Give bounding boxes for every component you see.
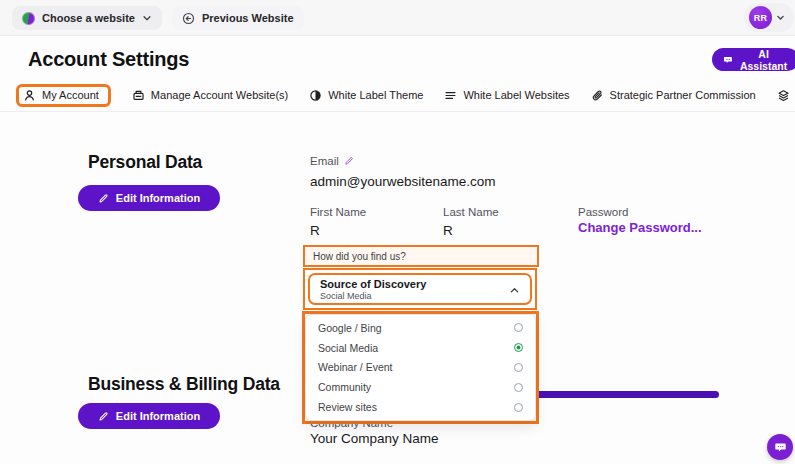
source-of-discovery-annotation: Source of Discovery Social Media <box>303 268 537 310</box>
tab-white-label-websites[interactable]: White Label Websites <box>444 89 569 102</box>
select-title: Source of Discovery <box>320 278 520 290</box>
tab-manage-account-websites[interactable]: Manage Account Website(s) <box>132 89 288 102</box>
contrast-icon <box>309 89 322 102</box>
last-name-label: Last Name <box>443 206 499 218</box>
edit-business-information-button[interactable]: Edit Information <box>78 403 220 429</box>
radio-unselected-icon[interactable] <box>514 383 523 392</box>
paperclip-icon <box>591 89 604 102</box>
how-did-you-find-us-label: How did you find us? <box>303 245 539 267</box>
tab-label: Strategic Partner Commission <box>610 89 756 101</box>
chevron-up-icon <box>509 285 520 296</box>
option-community[interactable]: Community <box>306 377 535 397</box>
layers-icon <box>777 89 790 102</box>
account-settings-page: Choose a website Previous Website RR Acc… <box>0 0 795 464</box>
option-review-sites[interactable]: Review sites <box>306 397 535 417</box>
discovery-dropdown-annotation: Google / Bing Social Media Webinar / Eve… <box>302 311 539 424</box>
option-social-media[interactable]: Social Media <box>306 338 535 358</box>
previous-website-label: Previous Website <box>202 12 294 24</box>
avatar: RR <box>749 6 772 29</box>
chat-icon <box>723 54 733 66</box>
edit-button-label: Edit Information <box>116 410 200 422</box>
chat-fab-button[interactable] <box>767 434 793 460</box>
pencil-icon <box>98 193 109 204</box>
option-webinar-event[interactable]: Webinar / Event <box>306 358 535 378</box>
previous-website-button[interactable]: Previous Website <box>172 6 304 30</box>
back-arrow-icon <box>182 12 195 25</box>
chevron-down-icon <box>776 13 785 22</box>
tabs-divider <box>0 111 795 112</box>
edit-personal-information-button[interactable]: Edit Information <box>78 185 220 211</box>
edit-button-label: Edit Information <box>116 192 200 204</box>
website-globe-icon <box>22 12 35 25</box>
menu-lines-icon <box>444 89 457 102</box>
radio-unselected-icon[interactable] <box>514 403 523 412</box>
printer-icon <box>132 89 145 102</box>
radio-unselected-icon[interactable] <box>514 323 523 332</box>
tab-label: My Account <box>42 89 99 101</box>
select-current-value: Social Media <box>320 291 520 301</box>
settings-tab-bar: My Account Manage Account Website(s) Whi… <box>16 82 795 108</box>
edit-email-icon[interactable] <box>344 156 354 166</box>
chevron-down-icon <box>142 13 152 23</box>
personal-data-heading: Personal Data <box>88 152 202 173</box>
tab-strategic-partner-commission[interactable]: Strategic Partner Commission <box>591 89 756 102</box>
last-name-value: R <box>443 223 453 238</box>
page-title: Account Settings <box>28 48 189 71</box>
tab-label: White Label Websites <box>463 89 569 101</box>
ai-assistant-label: AI Assistant <box>739 48 788 72</box>
chat-icon <box>774 441 787 454</box>
pencil-icon <box>98 411 109 422</box>
business-billing-heading: Business & Billing Data <box>88 374 280 395</box>
radio-selected-icon[interactable] <box>514 343 523 352</box>
tab-my-account[interactable]: My Account <box>16 84 111 107</box>
email-field-label: Email <box>310 155 354 167</box>
first-name-label: First Name <box>310 206 366 218</box>
ai-assistant-button[interactable]: AI Assistant <box>712 48 795 71</box>
progress-bar <box>533 391 719 398</box>
choose-website-dropdown[interactable]: Choose a website <box>12 6 162 30</box>
tab-invoices[interactable]: Invoices <box>777 89 795 102</box>
tab-white-label-theme[interactable]: White Label Theme <box>309 89 423 102</box>
source-of-discovery-select[interactable]: Source of Discovery Social Media <box>308 273 532 305</box>
password-label: Password <box>578 206 629 218</box>
discovery-dropdown-panel: Google / Bing Social Media Webinar / Eve… <box>305 314 536 421</box>
top-bar: Choose a website Previous Website RR <box>0 0 795 36</box>
first-name-value: R <box>310 223 320 238</box>
email-value: admin@yourwebsitename.com <box>310 174 496 189</box>
user-menu[interactable]: RR <box>744 3 794 32</box>
tab-label: Manage Account Website(s) <box>151 89 288 101</box>
option-google-bing[interactable]: Google / Bing <box>306 318 535 338</box>
radio-unselected-icon[interactable] <box>514 363 523 372</box>
choose-website-label: Choose a website <box>42 12 135 24</box>
change-password-link[interactable]: Change Password... <box>578 220 702 235</box>
person-icon <box>23 89 36 102</box>
company-name-value: Your Company Name <box>310 431 439 446</box>
tab-label: White Label Theme <box>328 89 423 101</box>
